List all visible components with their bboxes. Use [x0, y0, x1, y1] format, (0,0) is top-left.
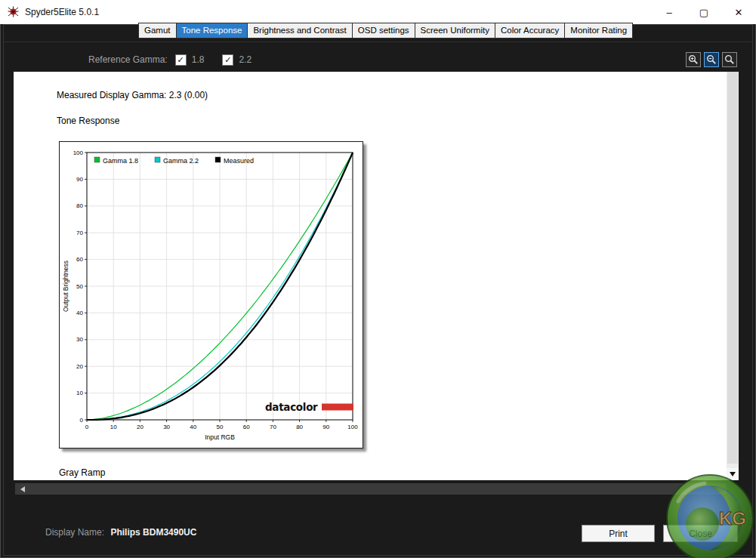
kitguru-watermark: KG	[663, 471, 756, 558]
svg-text:40: 40	[76, 310, 83, 316]
gamma-22-checkbox[interactable]: ✓	[222, 54, 233, 66]
print-button[interactable]: Print	[582, 525, 655, 542]
tab-color-accuracy[interactable]: Color Accuracy	[495, 23, 565, 39]
svg-text:60: 60	[243, 424, 250, 430]
reference-gamma-row: Reference Gamma: ✓1.8✓2.2	[88, 53, 251, 66]
tab-monitor-rating[interactable]: Monitor Rating	[565, 23, 633, 39]
titlebar: Spyder5Elite 5.0.1 – ▢ ✕	[0, 0, 756, 24]
zoom-toolbar	[686, 52, 737, 67]
tone-response-chart: 0102030405060708090100010203040506070809…	[59, 141, 363, 449]
app-window: Spyder5Elite 5.0.1 – ▢ ✕ GamutTone Respo…	[0, 0, 756, 558]
svg-text:70: 70	[76, 230, 83, 236]
svg-text:70: 70	[270, 424, 276, 430]
svg-text:10: 10	[110, 424, 117, 430]
divider-line	[4, 42, 751, 42]
svg-text:Measured: Measured	[224, 157, 254, 165]
svg-text:80: 80	[76, 202, 83, 209]
svg-text:30: 30	[163, 424, 170, 430]
zoom-area-button[interactable]	[722, 52, 737, 67]
zoom-out-button[interactable]	[704, 52, 719, 67]
gray-ramp-title: Gray Ramp	[59, 467, 105, 478]
svg-text:10: 10	[76, 390, 83, 396]
svg-text:30: 30	[76, 336, 83, 343]
svg-text:90: 90	[76, 176, 83, 183]
svg-text:90: 90	[322, 424, 329, 430]
window-controls: – ▢ ✕	[652, 0, 756, 24]
svg-text:20: 20	[137, 424, 143, 430]
tab-bar: GamutTone ResponseBrightness and Contras…	[138, 23, 633, 39]
zoom-in-icon	[688, 54, 699, 65]
window-close-button[interactable]: ✕	[721, 0, 756, 24]
tab-brightness-and-contrast[interactable]: Brightness and Contrast	[248, 23, 352, 39]
svg-text:100: 100	[73, 150, 84, 156]
tab-screen-uniformity[interactable]: Screen Uniformity	[415, 23, 495, 39]
display-name-row: Display Name: Philips BDM3490UC	[45, 527, 196, 538]
svg-text:datacolor: datacolor	[265, 401, 318, 413]
svg-text:50: 50	[76, 283, 83, 290]
svg-text:0: 0	[85, 424, 89, 430]
tone-response-title: Tone Response	[57, 116, 119, 126]
minimize-button[interactable]: –	[652, 0, 687, 24]
svg-text:0: 0	[80, 417, 84, 424]
svg-text:20: 20	[76, 363, 83, 370]
vertical-scrollbar[interactable]	[727, 72, 739, 480]
content-panel: Measured Display Gamma: 2.3 (0.00) Tone …	[14, 72, 727, 480]
tab-tone-response[interactable]: Tone Response	[177, 23, 248, 39]
measured-gamma-text: Measured Display Gamma: 2.3 (0.00)	[57, 90, 208, 100]
gamma-18-checkbox[interactable]: ✓	[175, 54, 187, 66]
zoom-out-icon	[706, 54, 717, 65]
svg-text:Gamma 1.8: Gamma 1.8	[103, 157, 138, 165]
reference-gamma-label: Reference Gamma:	[88, 54, 168, 65]
spyder-app-icon	[7, 5, 20, 18]
svg-text:60: 60	[76, 256, 83, 263]
svg-text:Input RGB: Input RGB	[205, 433, 235, 441]
tab-osd-settings[interactable]: OSD settings	[353, 23, 415, 39]
svg-text:Output Brightness: Output Brightness	[62, 261, 69, 312]
svg-text:Gamma 2.2: Gamma 2.2	[163, 157, 199, 165]
svg-text:100: 100	[347, 424, 358, 430]
watermark-text: KG	[719, 508, 746, 529]
svg-text:50: 50	[217, 424, 224, 430]
watermark-swirl-core	[686, 507, 719, 541]
svg-text:40: 40	[190, 424, 196, 430]
display-name-label: Display Name:	[45, 527, 104, 538]
vertical-scrollbar-thumb[interactable]	[727, 72, 738, 464]
gamma-22-label: 2.2	[239, 54, 251, 65]
horizontal-scrollbar[interactable]	[15, 483, 727, 495]
zoom-area-icon	[724, 54, 735, 65]
maximize-button[interactable]: ▢	[687, 0, 721, 24]
tab-gamut[interactable]: Gamut	[138, 23, 177, 39]
zoom-in-button[interactable]	[686, 52, 701, 67]
gamma-18-label: 1.8	[192, 54, 205, 65]
window-title: Spyder5Elite 5.0.1	[25, 0, 99, 24]
display-name-value: Philips BDM3490UC	[110, 527, 196, 538]
scroll-left-icon[interactable]	[17, 483, 29, 495]
svg-text:80: 80	[296, 424, 303, 430]
